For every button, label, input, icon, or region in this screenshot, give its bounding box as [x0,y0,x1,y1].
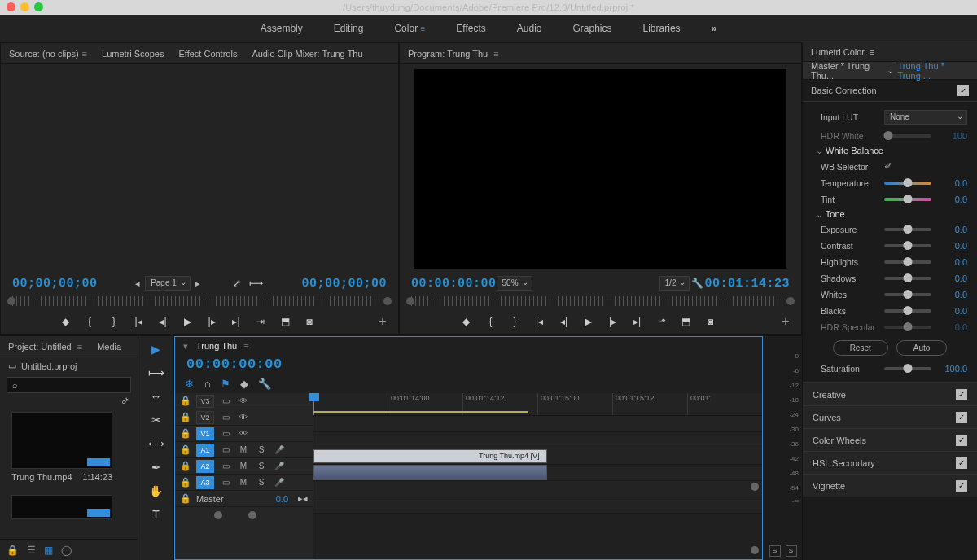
hdr-white-slider[interactable] [884,134,931,138]
section-basic-correction[interactable]: Basic Correction [811,85,877,95]
section-tone[interactable]: Tone [811,208,969,221]
step-fwd-icon[interactable]: |▸ [204,314,219,329]
time-ruler[interactable]: 00:01:14:00 00:01:14:12 00:01:15:00 00:0… [313,393,762,416]
program-viewport[interactable] [414,69,786,269]
workspace-audio[interactable]: Audio [517,23,542,34]
mark-in-icon[interactable]: ◆ [58,314,72,329]
temperature-slider[interactable] [884,182,931,185]
v-zoom-handle[interactable] [214,511,222,519]
track-area[interactable]: 00:01:14:00 00:01:14:12 00:01:15:00 00:0… [313,393,762,559]
step-fwd-icon[interactable]: |▸ [606,314,620,329]
reset-button[interactable]: Reset [833,340,888,356]
track-v1[interactable]: V1 [196,427,214,440]
tab-effect-controls[interactable]: Effect Controls [178,49,237,59]
go-out-icon[interactable]: ▸| [229,314,243,329]
track-a3[interactable]: A3 [196,476,214,489]
section-white-balance[interactable]: White Balance [811,144,969,158]
track-v2[interactable]: V2 [196,411,214,424]
timeline-tc[interactable]: 00:00:00:00 [186,357,283,372]
button-editor-icon[interactable]: + [778,314,793,329]
audio-clip[interactable] [313,465,547,480]
whites-slider[interactable] [884,293,931,296]
freeform-view-icon[interactable]: ◯ [61,545,72,556]
section-hsl-secondary[interactable]: HSL Secondary [813,458,875,468]
v-zoom-handle[interactable] [248,511,256,519]
tab-audio-clip-mixer[interactable]: Audio Clip Mixer: Trung Thu [252,49,362,59]
workspace-overflow-icon[interactable]: » [712,23,717,34]
marker-icon[interactable]: ◆ [240,378,248,390]
selection-tool-icon[interactable]: ▶ [147,341,165,357]
button-editor-icon[interactable]: + [375,314,390,329]
master-value[interactable]: 0.0 [276,494,288,504]
program-tc-in[interactable]: 00:00:00:00 [411,277,497,291]
page-select[interactable]: Page 1 [145,276,191,291]
go-in-icon[interactable]: |◂ [131,314,146,329]
tone-value[interactable]: 0.0 [938,306,967,316]
clip-thumbnail[interactable]: Trung Thu.mp41:14:23 [11,412,112,482]
program-tc-out[interactable]: 00:01:14:23 [704,277,790,291]
lumetri-sequence[interactable]: Trung Thu * Trung ... [897,61,969,81]
track-a2[interactable]: A2 [196,460,214,473]
slip-tool-icon[interactable]: ⟷ [147,435,165,452]
workspace-menu-icon[interactable]: ≡ [420,24,425,33]
video-clip[interactable]: Trung Thu.mp4 [V] [313,449,547,463]
tone-value[interactable]: 0.0 [938,273,967,283]
resolution-select[interactable]: 1/2 [659,276,690,291]
work-area-bar[interactable] [313,411,528,413]
section-toggle[interactable]: ✓ [956,480,967,492]
close-window-icon[interactable] [7,2,15,11]
maximize-window-icon[interactable] [34,2,43,11]
source-tc-out[interactable]: 00;00;00;00 [301,277,387,291]
saturation-slider[interactable] [884,367,931,370]
program-scrubber[interactable] [411,296,790,306]
lumetri-master[interactable]: Master * Trung Thu... [811,61,883,81]
export-frame-icon[interactable]: ◙ [703,314,718,329]
tone-value[interactable]: 0.0 [938,322,967,332]
zoom-select[interactable]: 50% [497,276,532,291]
section-toggle[interactable]: ✓ [956,435,967,446]
solo-left[interactable]: S [769,545,781,557]
play-icon[interactable]: ▶ [180,314,195,329]
lock-icon[interactable]: 🔒 [180,444,191,455]
out-point-icon[interactable]: } [107,314,121,329]
solo-icon[interactable]: S [255,445,268,454]
ruler-icon[interactable]: ⟼ [249,276,264,291]
workspace-color[interactable]: Color ≡ [394,23,425,34]
solo-right[interactable]: S [786,545,797,557]
track-v3[interactable]: V3 [196,395,214,408]
tab-project[interactable]: Project: Untitled ≡ [8,342,82,352]
track-select-tool-icon[interactable]: ⟼ [147,365,165,381]
panel-menu-icon[interactable]: ≡ [243,341,248,351]
overwrite-icon[interactable]: ⬒ [278,314,292,329]
section-toggle[interactable]: ✓ [956,389,967,400]
section-vignette[interactable]: Vignette [813,481,845,491]
extract-icon[interactable]: ⬒ [679,314,694,329]
type-tool-icon[interactable]: T [147,506,165,523]
eye-icon[interactable]: 👁 [237,396,250,405]
step-back-icon[interactable]: ◂| [557,314,572,329]
voice-over-icon[interactable]: 🎤 [273,445,286,454]
source-scrubber[interactable] [12,296,387,306]
blacks-slider[interactable] [884,309,931,313]
track-a1[interactable]: A1 [196,444,214,457]
out-point-icon[interactable]: } [508,314,523,329]
tone-value[interactable]: 0.0 [938,257,967,267]
workspace-assembly[interactable]: Assembly [261,23,303,34]
pen-tool-icon[interactable]: ✒ [147,459,165,475]
tab-lumetri-scopes[interactable]: Lumetri Scopes [102,49,164,59]
lift-icon[interactable]: ⬏ [655,314,669,329]
mark-in-icon[interactable]: ◆ [459,314,474,329]
insert-icon[interactable]: ⇥ [253,314,268,329]
section-toggle[interactable]: ✓ [956,412,967,423]
section-color-wheels[interactable]: Color Wheels [813,435,866,445]
input-lut-select[interactable]: None [884,110,967,125]
basic-correction-toggle[interactable]: ✓ [957,85,969,96]
list-view-icon[interactable]: ☰ [27,545,36,556]
scroll-handle[interactable] [751,483,759,491]
workspace-graphics[interactable]: Graphics [573,23,612,34]
sequence-name[interactable]: Trung Thu [196,341,237,351]
section-curves[interactable]: Curves [813,413,841,422]
workspace-effects[interactable]: Effects [456,23,485,34]
ripple-tool-icon[interactable]: ↔ [147,388,165,405]
exposure-slider[interactable] [884,228,931,231]
